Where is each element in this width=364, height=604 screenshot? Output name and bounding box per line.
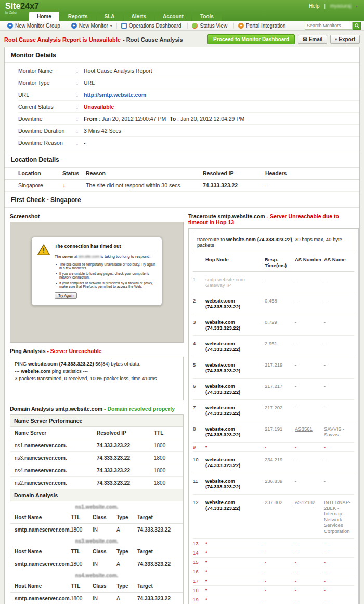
monitor-type-row: Monitor Type : URL — [18, 77, 359, 89]
hop-as-number[interactable]: - — [295, 550, 322, 556]
reason-text: The site did not respond within 30 secs. — [86, 182, 203, 188]
hop-node: website.com (74.333.323.22) — [205, 426, 263, 437]
toolbar-item[interactable]: + Portal Integration — [234, 23, 292, 29]
hop-node: * — [205, 569, 263, 574]
monitor-url-link[interactable]: http://smtp.website.com — [84, 92, 359, 98]
hop-number: 18 — [193, 587, 203, 593]
colon: : — [99, 116, 100, 122]
col-host-name: Host Name — [15, 549, 71, 555]
domain-status-ok: - Domain resolved properly — [104, 406, 175, 412]
export-button[interactable]: ▾ Export — [330, 35, 360, 44]
nav-tab[interactable]: SLA — [97, 12, 123, 21]
from-label: From — [84, 116, 97, 122]
hop-as-number[interactable]: AS12182 — [295, 499, 322, 505]
toolbar-item[interactable]: + New Monitor Group — [3, 23, 67, 29]
email-button[interactable]: ✉ Email — [298, 35, 327, 44]
nav-tab[interactable]: Home — [29, 12, 59, 21]
hop-as-number[interactable]: - — [295, 276, 322, 282]
hop-as-number[interactable]: - — [295, 405, 322, 410]
caret-down-icon[interactable]: ▾ — [356, 4, 358, 9]
hop-number: 17 — [193, 578, 203, 584]
col-ttl: TTL — [71, 549, 93, 555]
colon: : — [76, 104, 84, 110]
hop-number: 15 — [193, 559, 203, 565]
hop-as-number[interactable]: - — [295, 587, 322, 593]
hop-as-number[interactable]: AS3561 — [295, 426, 322, 432]
reason-value: - — [84, 140, 359, 146]
hop-number: 19 — [193, 597, 203, 602]
ns-table-row: ns2.nameserver.com. 74.333.323.22 1800 — [10, 477, 183, 489]
export-caret-icon: ▾ — [335, 37, 337, 42]
nav-tab[interactable]: Tools — [192, 12, 222, 21]
colon: : — [76, 128, 84, 134]
hop-number: 4 — [193, 341, 203, 346]
analysis-columns: Screenshot ! The connection has timed ou… — [5, 208, 359, 604]
hop-as-number[interactable]: - — [295, 540, 322, 546]
hop-node: * — [205, 540, 263, 546]
hop-as-number[interactable]: - — [295, 341, 322, 346]
col-resolved-ip: Resolved IP — [203, 170, 265, 177]
search-button[interactable] — [353, 22, 361, 30]
hop-as-number[interactable]: - — [295, 457, 322, 462]
search-input[interactable] — [305, 22, 353, 30]
toolbar-item[interactable]: + New Monitor ▾ — [67, 23, 117, 29]
toolbar-item[interactable]: ▦ Operations Dashboard — [117, 23, 188, 29]
hop-row: 3 website.com (74.333.323.22) 0.729 - - — [193, 314, 354, 336]
hop-number: 1 — [193, 276, 203, 282]
current-status-row: Current Status : Unavailable — [18, 101, 359, 113]
duration-value: 3 Mins 42 Secs — [84, 128, 359, 134]
hop-resp-time: 217.217 — [265, 383, 293, 389]
host-type: A — [116, 527, 137, 533]
ns-prefix: ns4. — [15, 468, 24, 473]
hop-row: 1 smtp.website.com Gateway IP - - - — [193, 272, 354, 293]
hop-node: * — [205, 578, 263, 584]
monitor-details-heading: Monitor Details — [5, 47, 359, 63]
hop-as-number[interactable]: - — [295, 298, 322, 304]
nav-tab[interactable]: Reports — [60, 12, 96, 21]
location-value: Singapore — [18, 182, 62, 188]
hop-as-number[interactable]: - — [295, 597, 322, 602]
location-details-heading: Location Details — [5, 152, 359, 168]
timeout-dialog: ! The connection has timed out The serve… — [31, 237, 162, 306]
hop-as-number[interactable]: - — [295, 362, 322, 368]
hop-row: 8 website.com (74.333.323.22) 217.191 AS… — [193, 421, 354, 443]
colon: : — [76, 68, 84, 74]
monitor-details: Monitor Name : Root Cause Analysis Repor… — [5, 63, 359, 152]
quick-toolbar: + New Monitor Group + New Monitor ▾ ▦ Op… — [0, 21, 364, 31]
dialog-bullets: The site could be temporarily unavailabl… — [56, 262, 155, 288]
username-menu[interactable]: myasuraj — [330, 3, 352, 9]
hop-as-name: - — [324, 362, 354, 368]
hop-as-number[interactable]: - — [295, 559, 322, 565]
ns-table-row: ns1.nameserver.com. 74.333.323.22 1800 — [10, 439, 183, 452]
hop-as-number[interactable]: - — [295, 569, 322, 574]
host-target: 74.333.323.22 — [137, 596, 179, 601]
nav-tab[interactable]: Account — [155, 12, 191, 21]
ns-ttl: 1800 — [154, 455, 179, 461]
hop-node: website.com (74.333.323.22) — [205, 383, 263, 395]
hop-number: 11 — [193, 478, 203, 484]
toolbar-item-icon: + — [238, 23, 244, 29]
hop-resp-time: - — [265, 559, 293, 565]
hop-as-number[interactable]: - — [295, 444, 322, 450]
hop-number: 3 — [193, 319, 203, 325]
hop-as-number[interactable]: - — [295, 478, 322, 484]
ping-title: Ping Analysis — [10, 348, 45, 354]
dialog-bullet: If you are unable to load any pages, che… — [56, 272, 155, 279]
col-ttl: TTL — [154, 430, 179, 436]
hop-as-number[interactable]: - — [295, 319, 322, 325]
dialog-bullet: If your computer or network is protected… — [56, 281, 155, 288]
hop-resp-time: - — [265, 587, 293, 593]
hop-as-number[interactable]: - — [295, 578, 322, 584]
proceed-dashboard-button[interactable]: Proceed to Monitor Dashboard — [207, 34, 295, 44]
host-table-header: Host Name TTL Class Type Target — [10, 546, 183, 558]
toolbar-item[interactable]: Status View — [188, 23, 234, 29]
toolbar-item-icon: + — [71, 23, 77, 29]
help-link[interactable]: Help — [309, 3, 320, 9]
hop-row: 13 * - - - — [193, 539, 354, 548]
hop-as-name: - — [324, 444, 354, 450]
downtime-value: From : Jan 20, 2012 12:00:47 PM To : Jan… — [84, 116, 359, 122]
hop-node: * — [205, 559, 263, 565]
hop-table-rows: 1 smtp.website.com Gateway IP - - - 2 we… — [193, 272, 354, 604]
nav-tab[interactable]: Alerts — [124, 12, 154, 21]
hop-as-number[interactable]: - — [295, 383, 322, 389]
